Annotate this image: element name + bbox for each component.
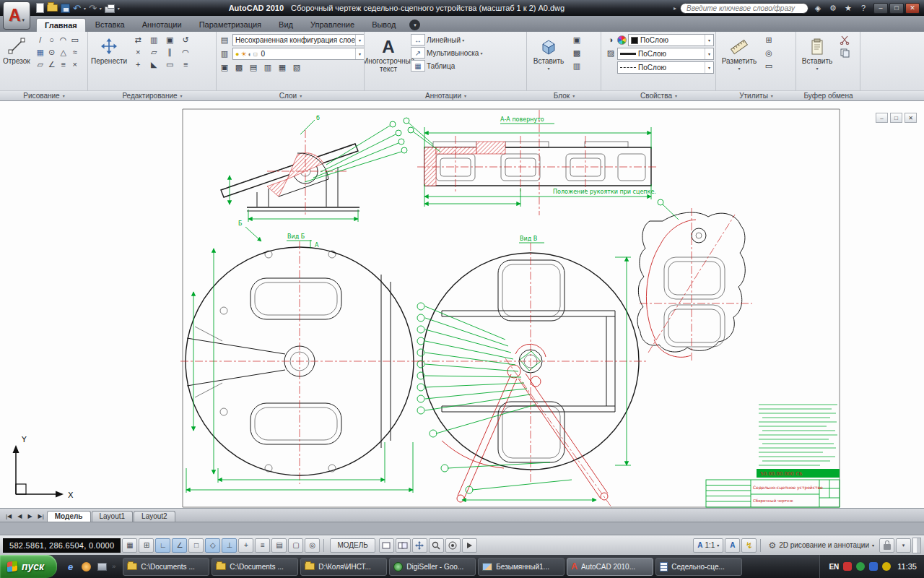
insert-block-button[interactable]: Вставить ▾ bbox=[528, 34, 569, 89]
erase-icon[interactable]: × bbox=[131, 46, 144, 58]
task-button-autocad[interactable]: A AutoCAD 2010... bbox=[567, 558, 653, 576]
join-icon[interactable]: + bbox=[131, 59, 144, 70]
task-button-sedelno[interactable]: Седельно-сце... bbox=[655, 558, 742, 576]
osnap-toggle[interactable]: □ bbox=[188, 538, 204, 553]
task-button-documents-2[interactable]: C:\Documents ... bbox=[212, 558, 298, 576]
object-color-combo[interactable]: ПоСлою ▾ bbox=[628, 34, 714, 46]
dyn-toggle[interactable]: + bbox=[238, 538, 253, 553]
panel-label-utilities[interactable]: Утилиты▾ bbox=[716, 91, 796, 100]
tab-layout1[interactable]: Layout1 bbox=[92, 511, 134, 522]
show-desktop-icon[interactable] bbox=[96, 561, 108, 573]
pan-icon[interactable] bbox=[412, 538, 427, 553]
polar-toggle[interactable]: ∠ bbox=[172, 538, 187, 553]
table-button[interactable]: ▦ Таблица bbox=[411, 60, 525, 72]
app-quick-launch-icon[interactable] bbox=[80, 561, 92, 573]
layout-nav-last[interactable]: ▶| bbox=[35, 511, 47, 522]
doc-restore-button[interactable]: □ bbox=[890, 113, 902, 123]
undo-button[interactable]: ↶ bbox=[73, 2, 81, 14]
tab-glavnaya[interactable]: Главная bbox=[36, 18, 86, 32]
tray-icon-blue[interactable] bbox=[869, 562, 878, 571]
grid-toggle[interactable]: ⊞ bbox=[139, 538, 154, 553]
panel-label-properties[interactable]: Свойства▾ bbox=[601, 91, 716, 100]
quick-view-drawings-icon[interactable] bbox=[396, 538, 411, 553]
sc-toggle[interactable]: ▢ bbox=[288, 538, 303, 553]
point-icon[interactable]: × bbox=[69, 59, 82, 70]
tab-vstavka[interactable]: Вставка bbox=[87, 18, 133, 32]
status-menu-button[interactable]: ▾ bbox=[896, 538, 911, 553]
search-input[interactable] bbox=[680, 3, 808, 14]
zoom-icon[interactable] bbox=[429, 538, 444, 553]
am-toggle[interactable]: ◎ bbox=[305, 538, 320, 553]
new-file-button[interactable] bbox=[36, 2, 44, 14]
language-indicator[interactable]: EN bbox=[829, 563, 839, 571]
layer-state-combo[interactable]: Несохраненная конфигурация слое ▾ bbox=[232, 34, 365, 46]
cut-scissors-icon[interactable] bbox=[838, 34, 851, 46]
snap-toggle[interactable]: ▦ bbox=[122, 538, 137, 553]
otrack-toggle[interactable]: ◇ bbox=[205, 538, 220, 553]
panel-label-clipboard[interactable]: Буфер обмена bbox=[796, 91, 860, 100]
minimize-button[interactable]: – bbox=[873, 3, 888, 14]
tab-parametrizaciya[interactable]: Параметризация bbox=[191, 18, 269, 32]
lineweight-combo[interactable]: ПоСлою ▾ bbox=[617, 48, 714, 60]
line-button[interactable]: Отрезок bbox=[1, 34, 32, 89]
autoscale-lightning-button[interactable]: ↯ bbox=[741, 538, 757, 553]
annotation-scale-button[interactable]: А 1:1 ▾ bbox=[693, 538, 723, 553]
tab-layout2[interactable]: Layout2 bbox=[134, 511, 175, 522]
annotation-visibility-button[interactable]: А bbox=[725, 538, 740, 553]
browser-quick-launch-icon[interactable]: e bbox=[64, 561, 77, 573]
redo-dropdown[interactable]: ▾ bbox=[100, 6, 102, 11]
multileader-button[interactable]: ↗ Мультивыноска ▾ bbox=[411, 47, 525, 59]
layout-nav-next[interactable]: ▶ bbox=[25, 511, 35, 522]
trim-icon[interactable]: ▭ bbox=[163, 59, 176, 70]
save-button[interactable] bbox=[61, 2, 70, 14]
quick-view-layouts-icon[interactable] bbox=[379, 538, 394, 553]
task-button-documents-1[interactable]: C:\Documents ... bbox=[123, 558, 209, 576]
help-icon[interactable]: ? bbox=[858, 4, 869, 12]
match-properties-icon[interactable]: ◑ bbox=[604, 34, 617, 46]
id-point-icon[interactable]: ◎ bbox=[762, 47, 775, 59]
drawing-canvas[interactable]: б А-А повернуто bbox=[0, 101, 924, 508]
scale-icon[interactable]: ▱ bbox=[147, 46, 160, 58]
layer-properties-icon[interactable]: ▤ bbox=[218, 35, 231, 46]
tab-vyvod[interactable]: Вывод bbox=[364, 18, 404, 32]
close-button[interactable]: ✕ bbox=[905, 3, 920, 14]
start-button[interactable]: пуск bbox=[0, 555, 57, 578]
panel-label-layers[interactable]: Слои▾ bbox=[217, 91, 365, 100]
qp-toggle[interactable]: ▤ bbox=[271, 538, 287, 553]
spline-icon[interactable]: ≈ bbox=[69, 46, 82, 58]
rectangle-icon[interactable]: ▭ bbox=[69, 34, 82, 46]
create-block-icon[interactable]: ▣ bbox=[570, 34, 583, 46]
panel-label-annotation[interactable]: Аннотации▾ bbox=[365, 91, 527, 100]
move-button[interactable]: Перенести bbox=[90, 34, 128, 89]
lwt-toggle[interactable]: ≡ bbox=[255, 538, 270, 553]
stretch-icon[interactable]: ∥ bbox=[163, 46, 176, 58]
task-button-untitled-image[interactable]: Безымянный1... bbox=[478, 558, 565, 576]
toolbar-lock-button[interactable] bbox=[879, 538, 894, 553]
panel-label-draw[interactable]: Рисование▾ bbox=[0, 91, 88, 100]
open-file-button[interactable] bbox=[47, 2, 58, 14]
layer-tool-icon-4[interactable]: ▥ bbox=[261, 61, 274, 73]
show-motion-icon[interactable] bbox=[462, 538, 477, 553]
redo-button[interactable]: ↷ bbox=[89, 2, 97, 14]
chamfer-icon[interactable]: ◣ bbox=[147, 59, 160, 70]
measure-button[interactable]: Разметить ▾ bbox=[718, 34, 761, 89]
steering-wheel-icon[interactable] bbox=[445, 538, 461, 553]
tray-icon-yellow[interactable] bbox=[882, 562, 891, 571]
doc-minimize-button[interactable]: – bbox=[876, 113, 888, 123]
task-button-digiseller[interactable]: DigiSeller - Goo... bbox=[389, 558, 476, 576]
drawing-area[interactable]: б А-А повернуто bbox=[0, 101, 924, 508]
quick-calc-icon[interactable]: ⊞ bbox=[762, 34, 775, 46]
doc-close-button[interactable]: ✕ bbox=[905, 113, 917, 123]
maximize-button[interactable]: □ bbox=[889, 3, 904, 14]
tab-model[interactable]: Модель bbox=[47, 511, 91, 522]
tray-icon-green[interactable] bbox=[856, 562, 865, 571]
plot-button[interactable] bbox=[105, 2, 115, 14]
copy-icon[interactable]: ⇄ bbox=[131, 34, 144, 46]
tab-upravlenie[interactable]: Управление bbox=[302, 18, 362, 32]
task-button-kolya-folder[interactable]: D:\Коля\ИНСТ... bbox=[300, 558, 387, 576]
block-editor-icon[interactable]: ▩ bbox=[570, 47, 583, 59]
mtext-button[interactable]: А Многострочный текст bbox=[366, 34, 411, 89]
infocenter-collapse-icon[interactable]: ▸ bbox=[674, 5, 676, 12]
quick-select-icon[interactable]: ▭ bbox=[762, 60, 775, 72]
copy-clip-icon[interactable] bbox=[838, 47, 851, 59]
